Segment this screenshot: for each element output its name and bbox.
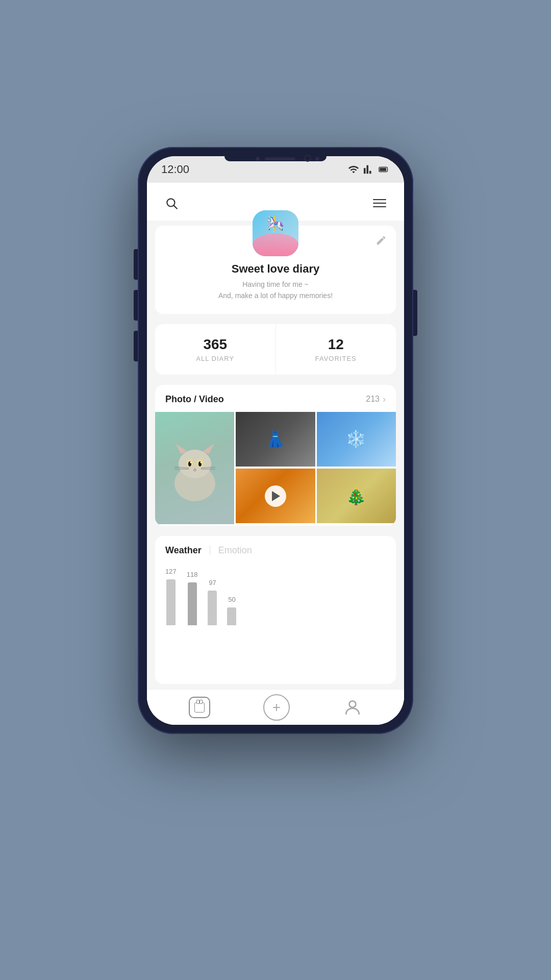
bottom-nav: + [147,689,404,725]
snow-emoji: ❄️ [346,429,366,449]
bar-label-2: 118 [187,571,198,578]
profile-icon [343,698,362,717]
bar-1 [166,579,176,625]
photo-snow[interactable]: ❄️ [317,412,396,467]
photo-count: 213 [366,395,380,404]
diary-label: ALL DIARY [196,355,234,362]
favorites-label: FAVORITES [315,355,357,362]
photo-section: Photo / Video 213 › [155,385,396,526]
stats-card: 365 ALL DIARY 12 FAVORITES [155,324,396,375]
bar-label-3: 97 [209,579,216,586]
favorites-count: 12 [328,336,344,353]
svg-rect-1 [380,168,386,171]
phone-shell: 12:00 [138,147,413,734]
photo-header: Photo / Video 213 › [155,385,396,412]
emotion-tab[interactable]: Emotion [218,545,252,556]
weather-section: Weather Emotion 127 118 [155,536,396,684]
photo-cat[interactable] [155,412,234,524]
svg-point-14 [190,461,191,463]
cat-image [155,412,234,524]
bar-chart: 127 118 97 50 [165,564,386,625]
menu-button[interactable] [369,193,390,213]
photo-christmas[interactable]: 🎄 [317,469,396,523]
bio-line1: Having time for me ~ [242,280,309,288]
bar-label-4: 50 [228,596,235,603]
favorites-stat[interactable]: 12 FAVORITES [276,324,396,375]
status-time: 12:00 [161,163,189,176]
battery-icon [379,164,390,175]
svg-point-21 [349,701,356,707]
cat-svg [164,432,226,504]
diary-stat[interactable]: 365 ALL DIARY [155,324,276,375]
photo-title: Photo / Video [165,394,224,405]
bio-line2: And, make a lot of happy memories! [218,291,333,300]
nav-profile[interactable] [333,694,372,721]
search-button[interactable] [161,193,182,213]
app-content: Sweet love diary Having time for me ~ An… [147,183,404,725]
bar-group-2: 118 [187,571,198,625]
bar-4 [227,607,236,625]
hamburger-icon [373,199,386,207]
bar-group-3: 97 [208,579,217,625]
photo-sunset[interactable] [236,469,315,523]
video-play-button[interactable] [265,485,286,507]
photo-clothes[interactable]: 👗 [236,412,315,467]
avatar [253,210,298,256]
christmas-emoji: 🎄 [346,486,366,506]
photo-grid: 👗 ❄️ 🎄 [155,412,396,526]
bar-label-1: 127 [165,568,177,575]
play-triangle-icon [272,491,280,501]
phone-inner: 12:00 [147,156,404,725]
profile-bio: Having time for me ~ And, make a lot of … [218,279,333,302]
plus-icon: + [272,700,281,715]
search-icon [165,197,178,210]
phone-notch [224,156,327,161]
tab-divider [210,546,210,555]
bar-group-1: 127 [165,568,177,625]
nav-add[interactable]: + [263,694,290,721]
bar-group-4: 50 [227,596,236,625]
diary-count: 365 [203,336,227,353]
svg-line-3 [174,206,177,209]
bar-3 [208,591,217,625]
signal-icon [363,164,374,175]
profile-card: Sweet love diary Having time for me ~ An… [155,226,396,314]
wifi-icon [348,164,359,175]
diary-icon [189,697,210,718]
edit-button[interactable] [375,235,387,248]
photo-count-link[interactable]: 213 › [366,394,386,405]
svg-point-15 [200,461,202,463]
pencil-icon [375,235,387,246]
svg-point-5 [179,450,211,478]
weather-tabs: Weather Emotion [165,545,386,556]
weather-tab-active[interactable]: Weather [165,545,202,556]
chevron-right-icon: › [383,394,386,405]
bar-2 [188,582,197,625]
clothes-emoji: 👗 [265,429,286,449]
nav-diary[interactable] [179,693,220,722]
status-icons [348,164,390,175]
profile-name: Sweet love diary [232,262,319,276]
